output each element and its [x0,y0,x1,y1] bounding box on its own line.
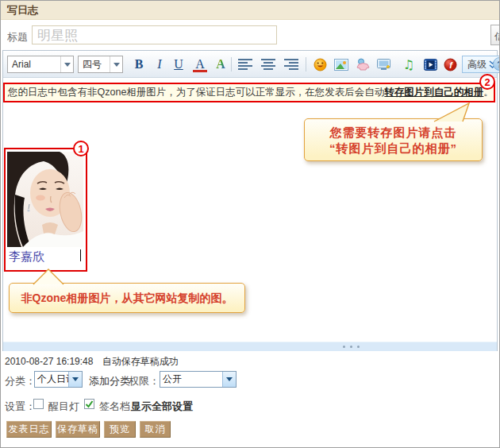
align-right-icon [284,59,298,70]
align-center-icon [261,59,275,70]
page-header: 写日志 [1,1,499,20]
font-family-select[interactable]: Arial [7,56,74,73]
highlight-checkbox[interactable] [33,399,44,409]
permission-value: 公开 [160,373,222,386]
chevron-down-icon [60,56,73,72]
font-size-value: 四号 [79,58,110,71]
font-size-select[interactable]: 四号 [78,56,123,73]
callout-tail [428,102,475,122]
celebrity-photo[interactable] [7,152,83,247]
chevron-down-icon [68,372,82,387]
category-select[interactable]: 个人日记 [34,371,83,388]
callout-line1: 您需要转存图片请点击 [305,125,482,141]
autosave-status: 2010-08-27 16:19:48 自动保存草稿成功 [5,355,179,369]
permission-label: 权限： [129,374,160,388]
callout-source-tip: 非Qzone相册图片，从其它网站复制的图。 [9,283,245,313]
highlight-option-label: 醒目灯 [48,400,79,414]
chevron-down-icon [110,56,122,72]
drag-dots-icon [343,346,360,348]
non-qzone-image-notice: 您的日志中包含有非Qzone相册图片，为了保证日志可以正常显示，在您发表后会自动… [3,83,495,102]
autosave-time: 2010-08-27 16:19:48 [5,356,93,367]
chevron-down-icon [222,372,236,387]
color-swatch [193,70,207,72]
editor-toolbar: Arial 四号 B I U A A [3,51,497,78]
photo-caption-link[interactable]: 李嘉欣 [9,249,44,265]
advanced-label: 高级 [467,58,487,71]
stationery-button[interactable]: 信纸 [490,25,500,45]
add-category-link[interactable]: 添加分类 [89,374,130,388]
annotation-badge-2: 2 [479,74,495,90]
music-icon: ♫ [403,57,414,72]
signature-checkbox[interactable] [84,399,94,409]
align-left-icon [238,59,252,70]
insert-image-button[interactable] [333,56,350,73]
autosave-message: 自动保存草稿成功 [102,356,179,367]
settings-label: 设置： [5,400,36,414]
paster-icon [356,58,370,71]
text-caret [80,249,81,261]
help-icon: ? [497,60,500,69]
editor-resize-handle[interactable] [3,342,497,351]
signature-option-label: 签名档 [99,400,130,414]
save-draft-button[interactable]: 保存草稿 [56,421,100,438]
callout-tail [29,268,67,285]
toolbar-separator [231,57,232,71]
transfer-images-link[interactable]: 转存图片到自己的相册 [384,86,483,99]
underline-button[interactable]: U [170,56,187,73]
video-button[interactable] [421,56,439,73]
image-icon [334,59,348,71]
align-center-button[interactable] [259,56,278,73]
flash-button[interactable]: f [441,56,459,73]
paster-button[interactable] [354,56,371,73]
font-color-button[interactable]: A [190,56,210,73]
cancel-button[interactable]: 取消 [140,421,171,438]
art-text-button[interactable]: A [212,56,229,73]
screenshot-icon [377,58,391,71]
check-icon [85,400,94,408]
write-blog-page: 写日志 标题： 信纸 Arial 四号 B I U A A [0,0,500,448]
align-left-button[interactable] [236,56,255,73]
flash-icon: f [444,58,457,71]
callout-bottom-text: 非Qzone相册图片，从其它网站复制的图。 [10,292,244,306]
font-family-value: Arial [8,59,60,70]
callout-line2: “转图片到自己的相册” [305,141,482,156]
italic-button[interactable]: I [151,56,168,73]
preview-button[interactable]: 预览 [104,421,136,438]
category-value: 个人日记 [35,373,68,386]
callout-transfer-tip: 您需要转存图片请点击 “转图片到自己的相册” [304,118,483,161]
screenshot-button[interactable] [375,56,393,73]
category-label: 分类： [5,374,36,388]
video-icon [424,59,437,71]
title-input[interactable] [32,25,277,44]
music-button[interactable]: ♫ [400,56,417,73]
show-all-settings-link[interactable]: 显示全部设置 [131,400,193,414]
page-title: 写日志 [7,3,38,17]
annotation-badge-1: 1 [73,141,89,156]
bold-button[interactable]: B [130,56,148,73]
emoticon-button[interactable] [311,56,329,73]
notice-text: 您的日志中包含有非Qzone相册图片，为了保证日志可以正常显示，在您发表后会自动 [8,86,384,99]
publish-button[interactable]: 发表日志 [6,421,52,438]
toolbar-separator [306,57,306,71]
permission-select[interactable]: 公开 [160,371,237,388]
photo-annotation-box: 李嘉欣 [4,148,87,272]
align-right-button[interactable] [282,56,301,73]
emoticon-icon [313,58,327,71]
